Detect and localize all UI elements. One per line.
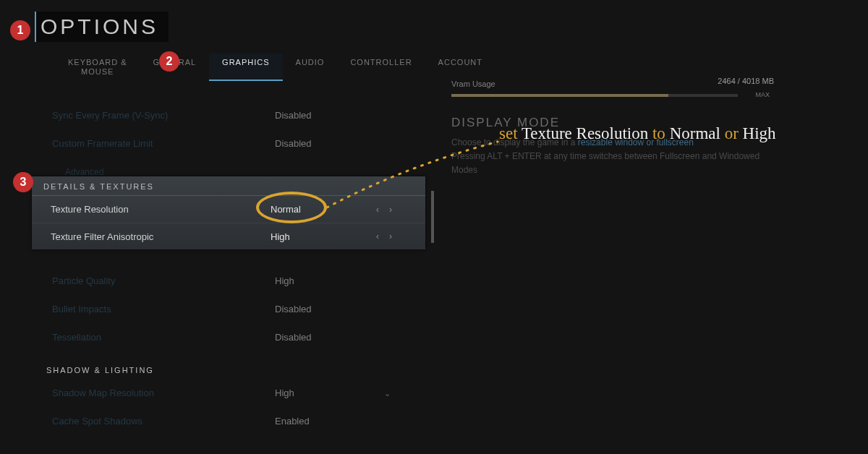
- annotation-oval: [256, 192, 327, 223]
- step-marker-1: 1: [10, 20, 30, 40]
- arrow-left-right-icon[interactable]: ‹›: [376, 205, 395, 215]
- annot-high: High: [743, 124, 776, 142]
- section-shadow-lighting: SHADOW & LIGHTING: [43, 361, 434, 379]
- shadow-map-value-text: High: [275, 387, 294, 398]
- scrollbar-thumb[interactable]: [431, 191, 434, 243]
- vsync-value: Disabled: [275, 110, 405, 121]
- tab-audio[interactable]: AUDIO: [283, 53, 338, 81]
- annot-set: set: [499, 124, 522, 142]
- tab-keyboard-mouse[interactable]: KEYBOARD & MOUSE: [55, 53, 140, 81]
- row-cache-spot-shadows[interactable]: Cache Spot Shadows Enabled: [43, 407, 434, 435]
- bullet-value: Disabled: [275, 304, 405, 314]
- tab-graphics[interactable]: GRAPHICS: [209, 53, 282, 81]
- disp-d3: Modes: [451, 165, 477, 175]
- tab-km-l2: MOUSE: [81, 67, 114, 76]
- row-vsync[interactable]: Sync Every Frame (V-Sync) Disabled: [43, 101, 434, 129]
- tab-km-l1: KEYBOARD &: [68, 58, 127, 67]
- vram-bar-fill: [451, 94, 668, 97]
- particle-value: High: [275, 275, 405, 286]
- row-bullet-impacts[interactable]: Bullet Impacts Disabled: [43, 295, 434, 323]
- row-custom-framerate[interactable]: Custom Framerate Limit Disabled: [43, 129, 434, 158]
- row-texture-resolution[interactable]: Texture Resolution Normal ‹›: [32, 196, 425, 223]
- vsync-label: Sync Every Frame (V-Sync): [43, 110, 275, 121]
- shadow-map-value: High ⌄: [275, 387, 405, 398]
- options-tabs: KEYBOARD & MOUSE GENERAL GRAPHICS AUDIO …: [55, 53, 495, 81]
- tess-value: Disabled: [275, 332, 405, 343]
- section-details-textures: DETAILS & TEXTURES: [32, 176, 425, 196]
- chevron-down-icon[interactable]: ⌄: [384, 388, 391, 398]
- annotation-text: set Texture Resolution to Normal or High: [499, 124, 776, 143]
- texfilter-value: High ‹›: [271, 231, 401, 242]
- texfilter-label: Texture Filter Anisotropic: [32, 231, 271, 242]
- vram-max-label: MAX: [755, 91, 770, 98]
- annot-or: or: [725, 124, 743, 142]
- vram-label: Vram Usage: [451, 80, 495, 88]
- vram-value: 2464 / 4018 MB: [718, 77, 774, 85]
- annot-norm: Normal: [670, 124, 725, 142]
- advanced-label: Advanced: [43, 167, 275, 177]
- arrow-left-right-icon[interactable]: ‹›: [376, 231, 395, 241]
- step-marker-2: 2: [159, 51, 179, 72]
- tab-controller[interactable]: CONTROLLER: [337, 53, 425, 81]
- annot-tex: Texture Resolution: [522, 124, 652, 142]
- disp-d2a: Pressing: [451, 151, 487, 161]
- step-marker-3: 3: [13, 172, 33, 192]
- row-shadow-map[interactable]: Shadow Map Resolution High ⌄: [43, 379, 434, 407]
- page-title: OPTIONS: [35, 12, 169, 42]
- settings-list: Sync Every Frame (V-Sync) Disabled Custo…: [43, 101, 434, 435]
- texfilter-value-text: High: [271, 231, 290, 242]
- disp-d2b: ALT + ENTER at any time switches between…: [487, 151, 760, 161]
- shadow-map-label: Shadow Map Resolution: [43, 387, 275, 398]
- details-textures-panel: DETAILS & TEXTURES Texture Resolution No…: [32, 176, 425, 249]
- row-texture-filter[interactable]: Texture Filter Anisotropic High ‹›: [32, 223, 425, 249]
- particle-label: Particle Quality: [43, 275, 275, 286]
- spot-label: Cache Spot Shadows: [43, 416, 275, 427]
- fps-label: Custom Framerate Limit: [43, 138, 275, 149]
- row-tessellation[interactable]: Tessellation Disabled: [43, 323, 434, 351]
- texres-label: Texture Resolution: [32, 204, 271, 215]
- fps-value: Disabled: [275, 138, 405, 149]
- tess-label: Tessellation: [43, 332, 275, 343]
- bullet-label: Bullet Impacts: [43, 304, 275, 314]
- annot-to: to: [652, 124, 670, 142]
- row-particle-quality[interactable]: Particle Quality High: [43, 267, 434, 295]
- spot-value: Enabled: [275, 416, 405, 427]
